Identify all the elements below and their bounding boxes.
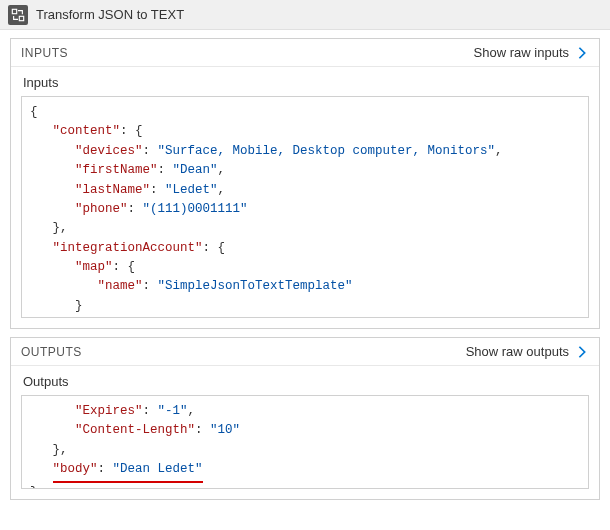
outputs-panel-header: OUTPUTS Show raw outputs bbox=[11, 338, 599, 366]
transform-icon bbox=[8, 5, 28, 25]
show-raw-inputs-label: Show raw inputs bbox=[474, 45, 569, 60]
outputs-sublabel: Outputs bbox=[11, 366, 599, 391]
title-bar: Transform JSON to TEXT bbox=[0, 0, 610, 30]
outputs-code-scroll[interactable]: "Expires": "-1", "Content-Length": "10" … bbox=[22, 396, 588, 488]
svg-rect-0 bbox=[12, 9, 16, 13]
inputs-panel-header: INPUTS Show raw inputs bbox=[11, 39, 599, 67]
inputs-code: { "content": { "devices": "Surface, Mobi… bbox=[30, 103, 580, 317]
inputs-sublabel: Inputs bbox=[11, 67, 599, 92]
outputs-code-frame: "Expires": "-1", "Content-Length": "10" … bbox=[21, 395, 589, 489]
inputs-panel: INPUTS Show raw inputs Inputs { "content… bbox=[10, 38, 600, 329]
inputs-code-frame: { "content": { "devices": "Surface, Mobi… bbox=[21, 96, 589, 318]
chevron-right-icon bbox=[575, 46, 589, 60]
inputs-heading: INPUTS bbox=[21, 46, 68, 60]
outputs-heading: OUTPUTS bbox=[21, 345, 82, 359]
show-raw-outputs-label: Show raw outputs bbox=[466, 344, 569, 359]
outputs-panel: OUTPUTS Show raw outputs Outputs "Expire… bbox=[10, 337, 600, 500]
outputs-code: "Expires": "-1", "Content-Length": "10" … bbox=[30, 402, 580, 488]
page-title: Transform JSON to TEXT bbox=[36, 7, 184, 22]
show-raw-inputs-link[interactable]: Show raw inputs bbox=[474, 45, 589, 60]
svg-rect-1 bbox=[19, 16, 23, 20]
chevron-right-icon bbox=[575, 345, 589, 359]
inputs-code-scroll[interactable]: { "content": { "devices": "Surface, Mobi… bbox=[22, 97, 588, 317]
show-raw-outputs-link[interactable]: Show raw outputs bbox=[466, 344, 589, 359]
